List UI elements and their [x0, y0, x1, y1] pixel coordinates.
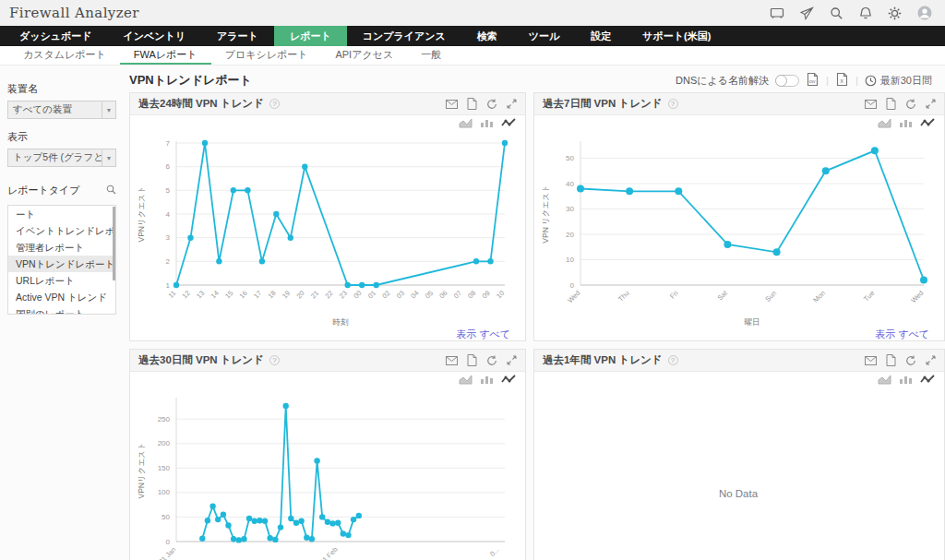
- topbar: Firewall Analyzer: [0, 0, 945, 26]
- email-icon[interactable]: [865, 100, 877, 109]
- subnav-item-custom-report[interactable]: カスタムレポート: [9, 46, 120, 65]
- report-type-vpn-trend[interactable]: VPNトレンドレポート: [8, 256, 115, 272]
- report-type-partial[interactable]: ート: [8, 206, 115, 222]
- gear-icon[interactable]: [888, 6, 902, 20]
- svg-text:11: 11: [167, 289, 178, 300]
- pdf-icon[interactable]: [467, 354, 477, 366]
- report-type-admin[interactable]: 管理者レポート: [8, 239, 115, 256]
- line-chart-icon[interactable]: [501, 374, 516, 390]
- report-type-event-trend[interactable]: イベントトレンドレポート: [8, 222, 115, 239]
- refresh-icon[interactable]: [486, 355, 497, 366]
- sidebar: 装置名 すべての装置 ▼ 表示 トップ5件 (グラフとテ... ▼ レポートタイ…: [0, 66, 122, 560]
- device-select[interactable]: すべての装置 ▼: [7, 101, 116, 119]
- help-icon[interactable]: ?: [668, 355, 678, 365]
- area-chart-icon[interactable]: [459, 374, 472, 390]
- subnav-item-general[interactable]: 一般: [407, 46, 455, 65]
- bar-chart-icon[interactable]: [899, 374, 913, 390]
- area-chart-icon[interactable]: [878, 117, 891, 134]
- export-csv-icon[interactable]: csv: [806, 72, 819, 89]
- pdf-icon[interactable]: [886, 98, 896, 110]
- dns-resolve-toggle[interactable]: [775, 75, 799, 87]
- rocket-icon[interactable]: [800, 6, 814, 20]
- svg-text:30: 30: [566, 205, 574, 213]
- svg-text:01 Jan: 01 Jan: [157, 545, 177, 560]
- nav-item-inventory[interactable]: インベントリ: [108, 26, 202, 46]
- svg-text:VPN リクエスト: VPN リクエスト: [541, 185, 550, 243]
- search-icon[interactable]: [830, 6, 843, 20]
- help-icon[interactable]: ?: [269, 99, 280, 109]
- display-label: 表示: [7, 130, 116, 144]
- chart-30d-vpn-trend: 05010015020025001 Jan01 Feb0...VPNリクエスト: [136, 390, 518, 560]
- svg-text:0: 0: [570, 281, 575, 290]
- report-type-url[interactable]: URLレポート: [8, 272, 115, 289]
- svg-text:13: 13: [195, 289, 206, 300]
- report-type-active-vpn[interactable]: Active VPN トレンド: [8, 289, 115, 305]
- email-icon[interactable]: [446, 356, 458, 365]
- period-selector[interactable]: 最新30日間: [865, 74, 932, 88]
- svg-text:Wed: Wed: [909, 289, 925, 304]
- email-icon[interactable]: [865, 356, 877, 365]
- report-search-icon[interactable]: [106, 182, 116, 198]
- svg-text:14: 14: [209, 289, 221, 300]
- expand-icon[interactable]: [926, 355, 936, 365]
- period-label: 最新30日間: [880, 74, 932, 88]
- report-type-list: ートイベントトレンドレポート管理者レポートVPNトレンドレポートURLレポートA…: [7, 205, 116, 315]
- separator: |: [826, 75, 829, 86]
- subnav-item-fwa-report[interactable]: FWAレポート: [120, 46, 211, 65]
- report-type-country[interactable]: 国別のレポート: [8, 305, 115, 315]
- nav-item-reports[interactable]: レポート: [274, 26, 347, 46]
- help-icon[interactable]: ?: [668, 99, 678, 109]
- nav-item-support[interactable]: サポート(米国): [627, 26, 726, 46]
- panel-30d-vpn-trend: 過去30日間 VPN トレンド? 05010015020025001 Ja: [129, 349, 526, 560]
- nav-item-compliance[interactable]: コンプライアンス: [347, 26, 461, 46]
- export-xls-icon[interactable]: x: [835, 72, 849, 89]
- chevron-down-icon: ▼: [102, 101, 115, 118]
- bar-chart-icon[interactable]: [899, 117, 913, 134]
- show-all-link[interactable]: 表示 すべて: [540, 328, 937, 345]
- area-chart-icon[interactable]: [459, 117, 472, 134]
- refresh-icon[interactable]: [905, 355, 916, 366]
- pdf-icon[interactable]: [467, 98, 477, 110]
- show-all-link[interactable]: 表示 すべて: [136, 328, 518, 345]
- line-chart-icon[interactable]: [501, 117, 516, 134]
- display-select[interactable]: トップ5件 (グラフとテ... ▼: [7, 149, 116, 167]
- display-select-value: トップ5件 (グラフとテ...: [8, 151, 102, 164]
- svg-text:Tue: Tue: [862, 289, 876, 303]
- svg-text:50: 50: [161, 513, 170, 521]
- list-scrollbar[interactable]: [113, 207, 115, 280]
- pdf-icon[interactable]: [886, 354, 896, 366]
- nav-item-alerts[interactable]: アラート: [201, 26, 274, 46]
- display-icon[interactable]: [770, 6, 784, 20]
- panel-7d-vpn-trend: 過去7日間 VPN トレンド? 01020304050WedThuFriS: [533, 92, 945, 341]
- bell-icon[interactable]: [859, 6, 872, 20]
- svg-text:6: 6: [166, 162, 171, 171]
- device-select-value: すべての装置: [8, 103, 102, 116]
- nav-item-dashboard[interactable]: ダッシュボード: [4, 26, 108, 46]
- subnav-item-proxy-report[interactable]: プロキシレポート: [211, 46, 322, 65]
- nav-item-tools[interactable]: ツール: [513, 26, 576, 46]
- user-avatar-icon[interactable]: [917, 6, 932, 20]
- expand-icon[interactable]: [507, 99, 517, 109]
- expand-icon[interactable]: [507, 355, 517, 365]
- refresh-icon[interactable]: [905, 99, 916, 110]
- line-chart-icon[interactable]: [920, 374, 935, 390]
- nav-item-search[interactable]: 検索: [461, 26, 513, 46]
- help-icon[interactable]: ?: [269, 355, 280, 365]
- svg-text:18: 18: [266, 289, 277, 300]
- expand-icon[interactable]: [926, 99, 936, 109]
- email-icon[interactable]: [446, 100, 458, 109]
- line-chart-icon[interactable]: [920, 117, 935, 134]
- main-nav: ダッシュボードインベントリアラートレポートコンプライアンス検索ツール設定サポート…: [0, 26, 945, 46]
- chart-24h-vpn-trend: 1234567111213141516171819202122230001020…: [136, 134, 518, 328]
- subnav-item-api-access[interactable]: APIアクセス: [321, 46, 407, 65]
- refresh-icon[interactable]: [486, 99, 497, 110]
- bar-chart-icon[interactable]: [480, 117, 494, 134]
- separator: |: [855, 75, 858, 86]
- nav-item-settings[interactable]: 設定: [575, 26, 627, 46]
- no-data-message: No Data: [540, 390, 937, 560]
- svg-text:Thu: Thu: [616, 289, 631, 304]
- bar-chart-icon[interactable]: [480, 374, 494, 390]
- area-chart-icon[interactable]: [878, 374, 891, 390]
- svg-text:03: 03: [395, 289, 406, 300]
- svg-text:05: 05: [424, 289, 435, 300]
